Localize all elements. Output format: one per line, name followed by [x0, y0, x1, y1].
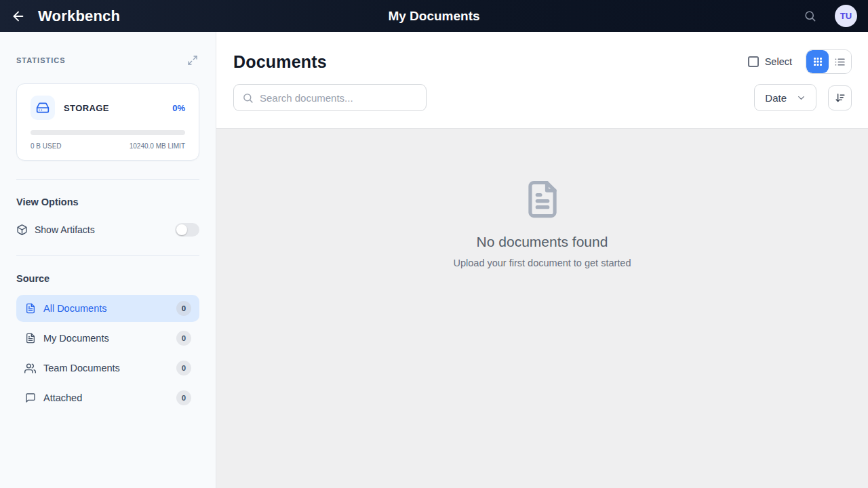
count-badge: 0: [176, 390, 191, 405]
count-badge: 0: [176, 301, 191, 316]
empty-state-subtitle: Upload your first document to get starte…: [454, 258, 631, 268]
avatar[interactable]: TU: [835, 5, 857, 27]
source-item-label: Attached: [43, 392, 82, 403]
sort-direction-button[interactable]: [828, 85, 852, 110]
users-icon: [24, 363, 36, 374]
toggle-knob: [176, 224, 187, 235]
top-header: Workbench My Documents TU: [0, 0, 868, 32]
sort-descending-icon: [834, 92, 846, 104]
grid-icon: [812, 56, 823, 67]
source-list: All Documents 0 My Documents 0 Team Docu…: [16, 295, 199, 411]
main-area: Documents Select: [216, 32, 868, 488]
show-artifacts-toggle[interactable]: [175, 223, 199, 237]
cube-icon: [16, 224, 28, 236]
sort-field-label: Date: [765, 92, 787, 104]
storage-used: 0 B USED: [31, 142, 62, 150]
count-badge: 0: [176, 361, 191, 375]
hard-drive-icon: [36, 101, 50, 115]
empty-state-title: No documents found: [477, 234, 608, 250]
storage-limit: 10240.0 MB LIMIT: [130, 142, 185, 150]
search-icon: [804, 9, 816, 22]
sort-field-dropdown[interactable]: Date: [754, 84, 816, 111]
list-view-button[interactable]: [829, 50, 851, 73]
documents-toolbar: Documents Select: [216, 32, 868, 129]
sidebar-divider: [16, 179, 199, 180]
storage-progress-bar: [31, 130, 185, 135]
file-text-icon: [24, 303, 36, 314]
sidebar-item-my-documents[interactable]: My Documents 0: [16, 325, 199, 352]
sidebar-item-all-documents[interactable]: All Documents 0: [16, 295, 199, 322]
search-input[interactable]: [260, 92, 418, 104]
chevron-down-icon: [796, 93, 806, 103]
chat-bubble-icon: [24, 392, 36, 403]
sidebar: STATISTICS STORAGE 0% 0 B: [0, 32, 216, 488]
search-icon: [242, 92, 254, 104]
source-item-label: All Documents: [43, 303, 106, 314]
header-search-button[interactable]: [798, 5, 821, 28]
back-button[interactable]: [7, 5, 30, 28]
storage-percent: 0%: [172, 103, 185, 113]
view-options-heading: View Options: [16, 197, 199, 207]
sidebar-divider: [16, 255, 199, 256]
source-item-label: Team Documents: [43, 363, 120, 373]
storage-label: STORAGE: [64, 103, 109, 113]
statistics-section-label: STATISTICS: [16, 56, 66, 64]
list-icon: [834, 56, 846, 68]
file-text-icon: [24, 333, 36, 344]
back-arrow-icon: [11, 9, 26, 24]
documents-content: No documents found Upload your first doc…: [216, 129, 868, 488]
expand-statistics-button[interactable]: [186, 54, 199, 67]
app-title: Workbench: [38, 7, 120, 25]
source-heading: Source: [16, 273, 199, 284]
source-item-label: My Documents: [43, 333, 109, 344]
page-title: My Documents: [388, 9, 479, 24]
documents-heading: Documents: [233, 52, 327, 72]
select-mode-control[interactable]: Select: [748, 56, 792, 67]
documents-search-box: [233, 84, 427, 111]
show-artifacts-label: Show Artifacts: [35, 224, 95, 235]
grid-view-button[interactable]: [806, 50, 829, 73]
count-badge: 0: [176, 331, 191, 346]
storage-icon-box: [31, 96, 55, 120]
select-checkbox[interactable]: [748, 56, 759, 67]
select-label: Select: [765, 56, 792, 67]
view-mode-toggle: [806, 49, 852, 74]
storage-card: STORAGE 0% 0 B USED 10240.0 MB LIMIT: [16, 83, 199, 161]
sidebar-item-attached[interactable]: Attached 0: [16, 384, 199, 411]
empty-state: No documents found Upload your first doc…: [216, 178, 868, 268]
expand-diagonal-icon: [187, 55, 198, 66]
sidebar-item-team-documents[interactable]: Team Documents 0: [16, 354, 199, 382]
document-file-icon: [521, 178, 564, 220]
